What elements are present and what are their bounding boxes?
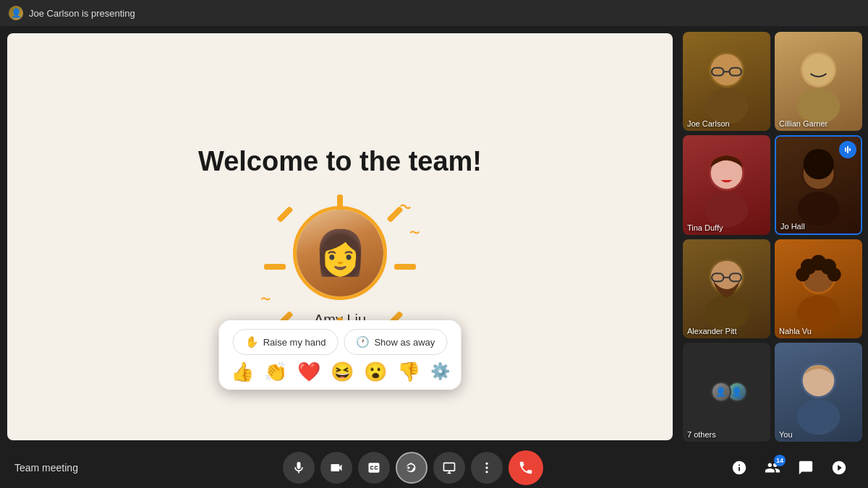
heart-emoji[interactable]: ❤️ bbox=[297, 362, 320, 381]
participant-name-others: 7 others bbox=[687, 430, 716, 439]
reaction-popup: ✋ Raise my hand 🕐 Show as away 👍 👏 ❤️ 😆 … bbox=[219, 320, 461, 390]
toolbar-center bbox=[283, 450, 543, 485]
presenter-label: Joe Carlson is presenting bbox=[29, 8, 135, 19]
raise-hand-label: Raise my hand bbox=[263, 337, 326, 348]
participant-face-joe bbox=[683, 32, 770, 131]
participants-sidebar: Joe Carlson Cillian Garner bbox=[680, 26, 868, 448]
people-button[interactable]: 14 bbox=[758, 453, 787, 482]
emoji-settings-button[interactable]: ⚙️ bbox=[430, 364, 450, 380]
raise-hand-button[interactable]: ✋ Raise my hand bbox=[233, 329, 339, 355]
activities-button[interactable] bbox=[825, 453, 854, 482]
slide-container: Welcome to the team! bbox=[7, 33, 673, 440]
toolbar-right: 14 bbox=[725, 453, 854, 482]
present-screen-button[interactable] bbox=[433, 452, 465, 484]
meeting-name: Team meeting bbox=[14, 462, 101, 474]
svg-point-13 bbox=[798, 192, 840, 226]
svg-point-7 bbox=[797, 88, 841, 124]
thumbsup-emoji[interactable]: 👍 bbox=[231, 362, 254, 381]
captions-button[interactable] bbox=[358, 452, 390, 484]
svg-point-38 bbox=[485, 471, 488, 473]
svg-point-21 bbox=[711, 261, 743, 293]
participant-face-you bbox=[775, 343, 862, 442]
participant-tile-jo[interactable]: Jo Hall bbox=[775, 135, 862, 234]
participant-name-tina: Tina Duffy bbox=[687, 223, 723, 232]
participant-face-tina bbox=[683, 135, 770, 234]
participant-name-alex: Alexander Pitt bbox=[687, 327, 736, 335]
participant-name-nahla: Nahla Vu bbox=[779, 327, 812, 335]
people-badge: 14 bbox=[774, 455, 786, 466]
svg-point-31 bbox=[796, 268, 809, 282]
raise-hand-icon: ✋ bbox=[245, 335, 259, 348]
info-button[interactable] bbox=[725, 453, 754, 482]
svg-point-35 bbox=[803, 364, 835, 396]
slide-person-ring: 👩 bbox=[293, 206, 387, 300]
svg-point-8 bbox=[803, 54, 835, 86]
participant-face-nahla bbox=[775, 239, 862, 338]
emoji-reactions-button[interactable] bbox=[396, 452, 427, 484]
participant-tile-alex[interactable]: Alexander Pitt bbox=[683, 239, 770, 338]
svg-point-10 bbox=[705, 192, 749, 227]
participant-face-alex bbox=[683, 239, 770, 338]
slide-title: Welcome to the team! bbox=[198, 146, 482, 177]
participant-tile-joe[interactable]: Joe Carlson bbox=[683, 32, 770, 131]
participant-tile-you[interactable]: You bbox=[775, 343, 862, 442]
more-options-button[interactable] bbox=[471, 452, 503, 484]
svg-point-34 bbox=[797, 399, 841, 435]
top-bar: 👤 Joe Carlson is presenting bbox=[0, 0, 868, 26]
wow-emoji[interactable]: 😮 bbox=[364, 362, 387, 381]
end-call-button[interactable] bbox=[509, 450, 543, 485]
main-area: Welcome to the team! bbox=[0, 26, 868, 448]
svg-rect-18 bbox=[849, 148, 851, 151]
presenter-avatar: 👤 bbox=[9, 6, 23, 20]
participant-tile-others[interactable]: 👤 👤 7 others bbox=[683, 343, 770, 442]
svg-point-1 bbox=[705, 88, 749, 124]
participant-name-jo: Jo Hall bbox=[780, 222, 805, 231]
svg-point-32 bbox=[827, 268, 841, 282]
show-away-button[interactable]: 🕐 Show as away bbox=[344, 329, 447, 355]
show-away-label: Show as away bbox=[374, 337, 435, 348]
participant-tile-nahla[interactable]: Nahla Vu bbox=[775, 239, 862, 338]
participant-face-cillian bbox=[775, 32, 862, 131]
chat-button[interactable] bbox=[791, 453, 820, 482]
thumbsdown-emoji[interactable]: 👎 bbox=[397, 362, 420, 381]
presentation-area: Welcome to the team! bbox=[0, 26, 680, 448]
svg-point-20 bbox=[705, 296, 749, 331]
mic-button[interactable] bbox=[283, 452, 315, 484]
reaction-actions: ✋ Raise my hand 🕐 Show as away bbox=[233, 329, 448, 355]
svg-point-36 bbox=[485, 463, 488, 465]
participant-name-joe: Joe Carlson bbox=[687, 119, 730, 128]
slide-person-container: 〜 〜 〜 〜 👩 Amy Liu bbox=[293, 206, 387, 328]
bottom-toolbar: Team meeting bbox=[0, 448, 868, 488]
laugh-emoji[interactable]: 😆 bbox=[331, 362, 354, 381]
participant-name-cillian: Cillian Garner bbox=[779, 119, 827, 128]
clap-emoji[interactable]: 👏 bbox=[264, 362, 287, 381]
camera-button[interactable] bbox=[320, 452, 352, 484]
participant-name-you: You bbox=[779, 430, 793, 439]
svg-point-26 bbox=[797, 296, 841, 331]
svg-point-2 bbox=[711, 54, 743, 86]
participant-tile-cillian[interactable]: Cillian Garner bbox=[775, 32, 862, 131]
svg-rect-16 bbox=[845, 147, 846, 152]
emoji-row: 👍 👏 ❤️ 😆 😮 👎 ⚙️ bbox=[231, 362, 450, 381]
participant-tile-tina[interactable]: Tina Duffy bbox=[683, 135, 770, 234]
clock-icon: 🕐 bbox=[356, 335, 370, 348]
svg-point-37 bbox=[485, 466, 488, 468]
svg-rect-17 bbox=[847, 146, 848, 153]
